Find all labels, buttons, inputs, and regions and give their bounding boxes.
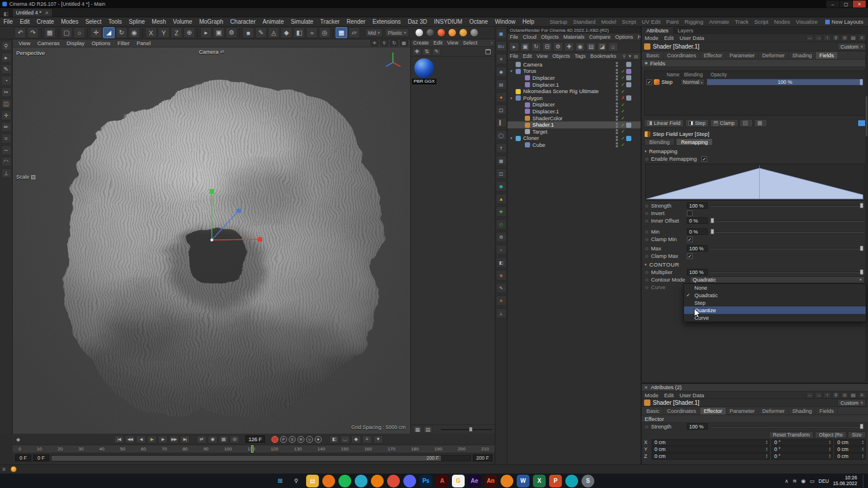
tool-brush[interactable]: ✏ [1,122,12,132]
menu-window[interactable]: Window [491,19,519,25]
viewport-3d-render[interactable] [13,47,411,434]
layout-visualize[interactable]: Visualize [793,19,821,25]
toolbar-field[interactable]: ◎ [319,27,330,38]
view-label[interactable]: Perspective [16,50,45,56]
taskbar-after-effects[interactable]: Ae [468,475,481,487]
menu-item-step[interactable]: Step [684,299,866,306]
menu-create[interactable]: Create [33,19,57,25]
octane-teal-node[interactable]: ◉ [496,181,507,191]
max-slider[interactable] [711,245,865,252]
attr2-menu-user-data[interactable]: User Data [676,392,707,398]
toolbar-lock-y[interactable]: Y [158,27,170,38]
menu-item-curve[interactable]: Curve [684,314,866,321]
button-clamp-layer[interactable]: Clamp [710,119,738,127]
tray-tray-volume[interactable]: ◉ [801,478,806,484]
button-step-field[interactable]: Step [685,119,709,127]
opacity-slider[interactable]: 100 % [707,79,863,86]
taskbar-chrome[interactable] [387,475,400,487]
material-menu-select[interactable]: Select [461,40,480,46]
tray-tray-network[interactable]: ≋ [793,478,797,484]
taskbar-acrobat[interactable]: A [436,475,448,487]
enable-mark[interactable]: ✓ [620,142,626,147]
value-field[interactable]: 0 cm▲▼ [834,453,866,460]
viewport-menu-display[interactable]: Display [63,40,88,46]
layout-script[interactable]: Script [751,19,771,25]
toolbar-lock-z[interactable]: Z [171,27,182,38]
enable-mark[interactable]: ✗ [620,95,626,101]
toolbar-ball-sphere-gray[interactable] [470,28,479,37]
taskbar-powerpoint[interactable]: P [549,475,562,487]
toolbar-lock-x[interactable]: X [145,27,157,38]
octane-tool-home[interactable]: ⌂ [608,42,618,51]
transport-play[interactable]: ▶ [147,435,157,443]
strength-slider[interactable] [711,202,865,209]
octane-region[interactable]: ▢ [496,105,507,115]
viewport-menu-cameras[interactable]: Cameras [34,40,63,46]
om-menu-edit[interactable]: Edit [521,53,535,59]
list-view-icon[interactable]: ▤ [424,426,432,433]
tab-nav-icon[interactable]: ◧ [2,11,10,17]
menu-mograph[interactable]: MoGraph [196,19,227,25]
octane-anchor[interactable]: ⊥ [496,308,507,319]
material-tool-edit[interactable]: ✎ [432,48,441,56]
tool-anchor[interactable]: ⊥ [1,168,12,178]
octane-camera[interactable]: ◉ [496,66,507,77]
tree-item-displacer-1[interactable]: Displacer.1 ✓ [507,108,641,115]
button-object-re[interactable]: Object (Re [815,431,847,438]
tag-icon[interactable] [626,116,631,121]
octane-star[interactable]: ✳ [496,295,507,306]
close-panel-icon[interactable]: ✕ [644,385,648,390]
octane-sphere[interactable]: ○ [496,245,507,255]
octane-menu-cloud[interactable]: Cloud [521,34,539,40]
button-linear-field[interactable]: Linear Field [644,119,684,127]
enable-remapping-checkbox[interactable] [701,156,707,162]
material-thumbnail[interactable]: PBR GGX [413,58,436,84]
toggle-sound[interactable]: ◉ [208,435,218,443]
octane-tool-pause[interactable]: ▣ [520,42,530,51]
octane-menu-objects[interactable]: Objects [539,34,561,40]
octane-half[interactable]: ◧ [496,257,507,268]
toolbar-live-select[interactable]: ○ [73,27,85,38]
toolbar-sep6[interactable] [240,28,240,38]
menu-item-none[interactable]: None [684,284,866,291]
toolbar-subdivision[interactable]: ◬ [268,27,279,38]
section-tab2-parameter[interactable]: Parameter [726,408,759,415]
toolbar-sep4[interactable] [142,28,143,38]
layer-tab-blending[interactable]: Blending [644,138,675,146]
invert-checkbox[interactable] [687,210,693,216]
toolbar-volume[interactable]: ◧ [293,27,305,38]
visibility-dots[interactable] [614,62,620,67]
om-filter[interactable]: ▼ [628,54,632,59]
toolbar-primitive-cube[interactable]: ■ [242,27,254,38]
trash-icon[interactable] [486,49,491,54]
octane-tool-film[interactable]: ▤ [586,42,596,51]
taskbar-discord[interactable] [403,475,416,487]
tag-icon[interactable] [626,136,631,141]
taskbar-animate[interactable]: An [484,475,497,487]
tree-item-camera[interactable]: Camera [507,61,641,68]
record-record-position[interactable]: P [280,436,287,443]
tool-pointer[interactable]: ▸ [1,53,12,62]
layout-rigging[interactable]: Rigging [682,19,706,25]
menu-extensions[interactable]: Extensions [369,19,404,25]
record-record-parameter[interactable]: ◇ [306,436,313,443]
nav-search[interactable]: ⚲ [832,35,840,41]
playhead[interactable] [251,445,253,453]
layout-nodes[interactable]: Nodes [771,19,793,25]
tag-icon[interactable] [626,95,631,101]
attr2-menu-edit[interactable]: Edit [661,392,676,398]
toolbar-mograph[interactable]: ◆ [281,27,292,38]
effector-strength-value[interactable]: 100 % [687,423,708,430]
toggle-loop[interactable]: ⇄ [197,435,207,443]
nav-back[interactable]: ← [806,35,814,41]
button-modifier-layer[interactable] [754,119,767,127]
taskbar-word[interactable]: W [517,475,529,487]
tree-item-polygon[interactable]: ▾ Polygon ✗ [507,95,641,102]
toggle-ring[interactable]: ◎ [230,435,240,443]
value-field[interactable]: 0 cm▲▼ [834,446,866,453]
multiplier-slider[interactable] [711,269,865,275]
material-tool-sort[interactable]: ⇅ [422,48,431,56]
enable-mark[interactable]: ✓ [620,109,626,114]
toolbar-sep7[interactable] [333,28,333,38]
nav2-forward[interactable]: → [815,392,822,398]
